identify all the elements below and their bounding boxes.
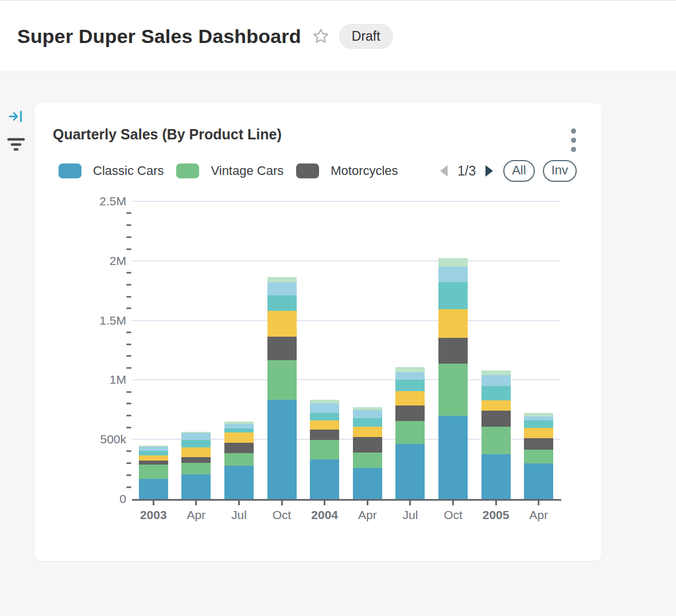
bar-segment[interactable] xyxy=(310,403,339,413)
chart-title: Quarterly Sales (By Product Line) xyxy=(53,126,282,143)
bar-oct[interactable] xyxy=(267,277,297,499)
bar-segment-motorcycles[interactable] xyxy=(181,457,211,463)
bar-segment[interactable] xyxy=(224,428,254,432)
bar-segment[interactable] xyxy=(353,418,382,427)
bar-segment-classic-cars[interactable] xyxy=(310,459,339,499)
bar-segment[interactable] xyxy=(224,432,254,443)
bar-segment[interactable] xyxy=(481,400,511,411)
bar-segment[interactable] xyxy=(181,447,211,457)
bar-segment[interactable] xyxy=(353,410,382,418)
legend-item-motorcycles[interactable]: Motorcycles xyxy=(296,163,398,178)
bar-segment-vintage-cars[interactable] xyxy=(310,440,339,459)
bar-segment[interactable] xyxy=(353,427,382,437)
bar-segment[interactable] xyxy=(139,455,168,461)
bar-segment-motorcycles[interactable] xyxy=(481,411,511,427)
bar-segment[interactable] xyxy=(310,420,339,430)
bar-oct[interactable] xyxy=(438,258,468,499)
bar-segment-classic-cars[interactable] xyxy=(267,400,297,499)
bar-segment[interactable] xyxy=(524,420,553,428)
select-all-button[interactable]: All xyxy=(503,160,534,182)
bar-segment-motorcycles[interactable] xyxy=(267,337,297,360)
bar-segment-classic-cars[interactable] xyxy=(224,466,254,499)
bar-segment[interactable] xyxy=(267,282,297,295)
x-axis-label: 2003 xyxy=(132,508,175,522)
bar-segment[interactable] xyxy=(438,282,468,309)
bar-segment[interactable] xyxy=(395,372,425,380)
bar-segment-classic-cars[interactable] xyxy=(395,444,425,499)
x-axis-label: Apr xyxy=(175,508,218,522)
favorite-button[interactable] xyxy=(312,27,330,45)
bar-segment[interactable] xyxy=(181,440,211,447)
bar-segment[interactable] xyxy=(438,258,468,267)
invert-selection-button[interactable]: Inv xyxy=(543,160,577,182)
kebab-menu-button[interactable] xyxy=(568,125,580,155)
bar-segment-vintage-cars[interactable] xyxy=(267,360,297,400)
bar-segment[interactable] xyxy=(395,367,425,372)
expand-sidebar-icon[interactable] xyxy=(8,109,24,126)
bar-apr[interactable] xyxy=(181,432,211,499)
bar-segment[interactable] xyxy=(267,295,297,311)
bar-segment[interactable] xyxy=(481,371,511,375)
bar-segment[interactable] xyxy=(139,447,168,451)
x-axis-label: Apr xyxy=(346,508,389,522)
x-axis-label: 2005 xyxy=(475,508,518,522)
bar-segment-motorcycles[interactable] xyxy=(438,338,468,364)
bar-jul[interactable] xyxy=(224,422,254,499)
bar-segment[interactable] xyxy=(524,428,553,438)
bar-segment-vintage-cars[interactable] xyxy=(224,453,254,466)
bar-apr[interactable] xyxy=(524,413,553,499)
bar-segment-vintage-cars[interactable] xyxy=(395,421,425,444)
bar-segment-vintage-cars[interactable] xyxy=(139,465,168,479)
y-gridline xyxy=(132,201,560,202)
bar-apr[interactable] xyxy=(353,407,382,499)
bar-segment[interactable] xyxy=(438,309,468,338)
y-minor-tick xyxy=(126,296,131,298)
legend-swatch xyxy=(59,163,81,178)
bar-segment-motorcycles[interactable] xyxy=(395,406,425,421)
bar-segment[interactable] xyxy=(395,380,425,391)
bar-2005[interactable] xyxy=(481,371,511,499)
bar-segment-motorcycles[interactable] xyxy=(353,437,382,453)
bar-segment-vintage-cars[interactable] xyxy=(481,427,511,454)
y-axis-label: 1M xyxy=(69,373,126,387)
bar-segment-classic-cars[interactable] xyxy=(181,474,211,499)
bar-segment[interactable] xyxy=(524,416,553,420)
chart-card: Quarterly Sales (By Product Line) Classi… xyxy=(34,103,601,561)
bar-segment[interactable] xyxy=(481,386,511,400)
x-axis-label: Oct xyxy=(261,508,304,522)
bar-segment-classic-cars[interactable] xyxy=(353,468,382,499)
bar-segment-classic-cars[interactable] xyxy=(481,454,511,499)
bar-segment-vintage-cars[interactable] xyxy=(353,453,382,468)
bar-jul[interactable] xyxy=(395,367,425,499)
filter-icon[interactable] xyxy=(7,137,25,155)
bar-segment[interactable] xyxy=(395,391,425,406)
legend-item-vintage-cars[interactable]: Vintage Cars xyxy=(176,163,283,178)
bar-segment[interactable] xyxy=(224,424,254,428)
y-axis-label: 2.5M xyxy=(69,194,126,208)
bar-segment-vintage-cars[interactable] xyxy=(181,463,211,474)
y-axis-label: 2M xyxy=(69,254,126,268)
y-minor-tick xyxy=(126,403,131,404)
bar-2004[interactable] xyxy=(310,400,339,499)
bar-segment[interactable] xyxy=(267,277,297,282)
legend-next-icon[interactable] xyxy=(484,164,495,178)
legend-item-classic-cars[interactable]: Classic Cars xyxy=(59,163,164,178)
bar-segment[interactable] xyxy=(481,375,511,386)
bar-segment-classic-cars[interactable] xyxy=(524,463,553,499)
bar-segment[interactable] xyxy=(310,413,339,420)
bar-segment-classic-cars[interactable] xyxy=(438,416,468,499)
bar-segment-motorcycles[interactable] xyxy=(310,430,339,440)
legend-prev-icon[interactable] xyxy=(438,164,449,178)
bar-segment[interactable] xyxy=(438,267,468,282)
bar-segment[interactable] xyxy=(267,311,297,337)
bar-2003[interactable] xyxy=(139,446,168,499)
kebab-dot xyxy=(571,138,576,143)
bar-segment-motorcycles[interactable] xyxy=(224,443,254,453)
bar-segment-vintage-cars[interactable] xyxy=(438,364,468,416)
bar-segment-motorcycles[interactable] xyxy=(524,438,553,450)
bar-segment-motorcycles[interactable] xyxy=(139,461,168,465)
bar-segment-vintage-cars[interactable] xyxy=(524,450,553,463)
bar-segment[interactable] xyxy=(139,451,168,455)
bar-segment[interactable] xyxy=(181,433,211,440)
bar-segment-classic-cars[interactable] xyxy=(139,479,168,499)
